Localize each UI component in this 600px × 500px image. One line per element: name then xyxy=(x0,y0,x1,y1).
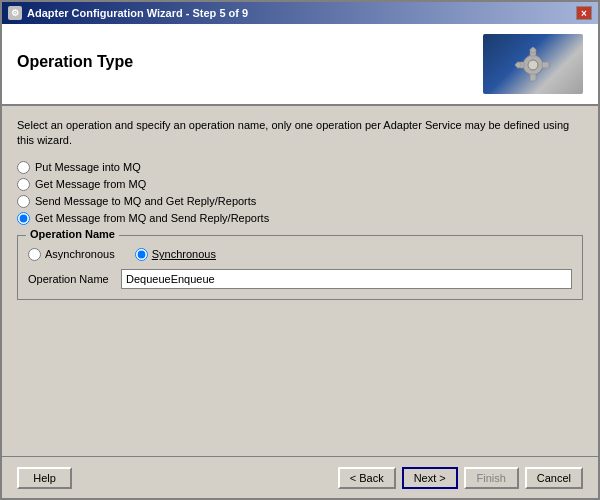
radio-get-message[interactable] xyxy=(17,178,30,191)
radio-get-reply-label[interactable]: Get Message from MQ and Send Reply/Repor… xyxy=(35,212,269,224)
footer-right: < Back Next > Finish Cancel xyxy=(338,467,583,489)
async-label[interactable]: Asynchronous xyxy=(45,248,115,260)
radio-item-get: Get Message from MQ xyxy=(17,178,583,191)
back-button[interactable]: < Back xyxy=(338,467,396,489)
radio-item-getreply: Get Message from MQ and Send Reply/Repor… xyxy=(17,212,583,225)
header-graphic xyxy=(483,34,583,94)
header-section: Operation Type xyxy=(2,24,598,106)
cancel-button[interactable]: Cancel xyxy=(525,467,583,489)
window-icon: ⚙ xyxy=(8,6,22,20)
window-title: Adapter Configuration Wizard - Step 5 of… xyxy=(27,7,248,19)
async-radio-item: Asynchronous xyxy=(28,248,115,261)
title-bar: ⚙ Adapter Configuration Wizard - Step 5 … xyxy=(2,2,598,24)
radio-put-label[interactable]: Put Message into MQ xyxy=(35,161,141,173)
radio-item-put: Put Message into MQ xyxy=(17,161,583,174)
radio-item-send: Send Message to MQ and Get Reply/Reports xyxy=(17,195,583,208)
operation-type-group: Put Message into MQ Get Message from MQ … xyxy=(17,161,583,225)
operation-name-group: Operation Name Asynchronous Synchronous … xyxy=(17,235,583,300)
radio-get-label[interactable]: Get Message from MQ xyxy=(35,178,146,190)
title-bar-content: ⚙ Adapter Configuration Wizard - Step 5 … xyxy=(8,6,248,20)
radio-put-message[interactable] xyxy=(17,161,30,174)
close-button[interactable]: × xyxy=(576,6,592,20)
page-title: Operation Type xyxy=(17,53,483,71)
content-area: Select an operation and specify an opera… xyxy=(2,106,598,456)
finish-button[interactable]: Finish xyxy=(464,467,519,489)
operation-name-input[interactable] xyxy=(121,269,572,289)
radio-asynchronous[interactable] xyxy=(28,248,41,261)
main-window: ⚙ Adapter Configuration Wizard - Step 5 … xyxy=(0,0,600,500)
svg-point-2 xyxy=(528,60,538,70)
gear-icon xyxy=(503,37,563,92)
gear-graphic xyxy=(483,34,583,94)
next-button[interactable]: Next > xyxy=(402,467,458,489)
radio-send-label[interactable]: Send Message to MQ and Get Reply/Reports xyxy=(35,195,256,207)
help-button[interactable]: Help xyxy=(17,467,72,489)
sync-radio-row: Asynchronous Synchronous xyxy=(28,248,572,261)
description-text: Select an operation and specify an opera… xyxy=(17,118,583,149)
radio-get-reply[interactable] xyxy=(17,212,30,225)
radio-synchronous[interactable] xyxy=(135,248,148,261)
op-name-label: Operation Name xyxy=(28,273,113,285)
svg-rect-4 xyxy=(530,74,536,81)
operation-name-row: Operation Name xyxy=(28,269,572,289)
radio-send-message[interactable] xyxy=(17,195,30,208)
svg-rect-6 xyxy=(542,62,549,68)
sync-label[interactable]: Synchronous xyxy=(152,248,216,260)
group-legend: Operation Name xyxy=(26,228,119,240)
footer: Help < Back Next > Finish Cancel xyxy=(2,456,598,498)
header-left: Operation Type xyxy=(17,53,483,76)
footer-left: Help xyxy=(17,467,72,489)
sync-radio-item: Synchronous xyxy=(135,248,216,261)
